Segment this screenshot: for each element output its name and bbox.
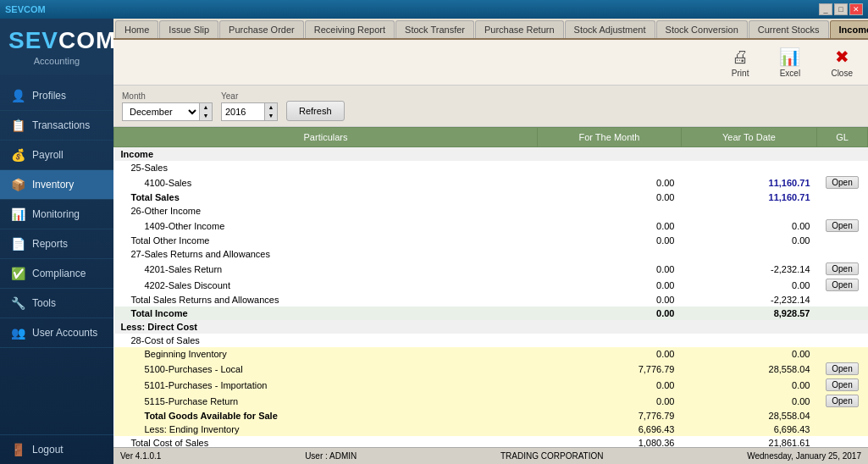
year-spin-down[interactable]: ▼ bbox=[265, 112, 277, 120]
month-select[interactable]: December JanuaryFebruaryMarch AprilMayJu… bbox=[123, 103, 199, 120]
row-ytd-value: 6,696.43 bbox=[682, 423, 817, 436]
col-particulars: Particulars bbox=[114, 128, 538, 147]
row-label: 1409-Other Income bbox=[114, 218, 538, 234]
main-content: Home Issue Slip Purchase Order Receiving… bbox=[113, 19, 868, 464]
sidebar-item-tools[interactable]: 🔧 Tools bbox=[0, 289, 113, 318]
year-spin-up[interactable]: ▲ bbox=[265, 103, 277, 112]
refresh-button[interactable]: Refresh bbox=[286, 101, 345, 121]
controls-bar: Month December JanuaryFebruaryMarch Apri… bbox=[113, 86, 868, 127]
month-spin-up[interactable]: ▲ bbox=[200, 103, 212, 112]
version-label: Ver 4.1.0.1 bbox=[120, 451, 161, 461]
sidebar-item-inventory[interactable]: 📦 Inventory bbox=[0, 170, 113, 200]
table-row: Income bbox=[114, 147, 868, 162]
table-row: Less: Direct Cost bbox=[114, 320, 868, 334]
table-header: Particulars For The Month Year To Date G… bbox=[114, 128, 868, 147]
row-month-value: 0.00 bbox=[538, 377, 682, 393]
year-input[interactable] bbox=[222, 103, 264, 120]
sidebar-item-transactions[interactable]: 📋 Transactions bbox=[0, 111, 113, 141]
sidebar-item-compliance[interactable]: ✅ Compliance bbox=[0, 259, 113, 289]
tab-stock-adjustment[interactable]: Stock Adjustment bbox=[565, 20, 655, 38]
close-icon: ✖ bbox=[835, 47, 849, 67]
row-label: Total Sales Returns and Allowances bbox=[114, 293, 538, 307]
month-spin-down[interactable]: ▼ bbox=[200, 112, 212, 120]
window-controls[interactable]: _ □ ✕ bbox=[819, 3, 863, 15]
open-button[interactable]: Open bbox=[826, 176, 858, 189]
sidebar-logo: SEVCOM Accounting bbox=[0, 19, 113, 75]
title-bar-title: SEVCOM bbox=[5, 4, 46, 14]
row-month-value: 0.00 bbox=[538, 218, 682, 234]
close-button[interactable]: ✖ Close bbox=[824, 43, 860, 81]
row-label: 25-Sales bbox=[114, 161, 538, 174]
tab-home[interactable]: Home bbox=[115, 20, 158, 38]
open-button[interactable]: Open bbox=[826, 395, 858, 407]
month-input-wrapper: December JanuaryFebruaryMarch AprilMayJu… bbox=[122, 102, 213, 121]
row-ytd-value: 0.00 bbox=[682, 377, 817, 393]
table-row: Total Sales 0.00 11,160.71 bbox=[114, 191, 868, 204]
row-month-value: 0.00 bbox=[538, 293, 682, 307]
row-label: Total Goods Available for Sale bbox=[114, 409, 538, 423]
app-container: SEVCOM Accounting 👤 Profiles 📋 Transacti… bbox=[0, 19, 868, 464]
section-label: Income bbox=[114, 147, 538, 162]
row-label: 5101-Purchases - Importation bbox=[114, 377, 538, 393]
row-label: 28-Cost of Sales bbox=[114, 334, 538, 347]
table-row: Total Other Income 0.00 0.00 bbox=[114, 234, 868, 247]
row-label: Total Cost of Sales bbox=[114, 436, 538, 447]
row-label: 5100-Purchases - Local bbox=[114, 361, 538, 377]
row-ytd-value: 0.00 bbox=[682, 234, 817, 247]
row-label: 4202-Sales Discount bbox=[114, 277, 538, 293]
date-label: Wednesday, January 25, 2017 bbox=[747, 451, 861, 461]
row-label: Total Income bbox=[114, 307, 538, 320]
tab-current-stocks[interactable]: Current Stocks bbox=[749, 20, 829, 38]
monitoring-icon: 📊 bbox=[10, 207, 25, 222]
open-button[interactable]: Open bbox=[826, 378, 858, 391]
tab-stock-transfer[interactable]: Stock Transfer bbox=[395, 20, 474, 38]
col-gl: GL bbox=[817, 128, 868, 147]
tab-purchase-return[interactable]: Purchase Return bbox=[475, 20, 564, 38]
month-control-group: Month December JanuaryFebruaryMarch Apri… bbox=[122, 91, 213, 121]
open-button[interactable]: Open bbox=[826, 279, 858, 291]
table-row: Total Goods Available for Sale 7,776.79 … bbox=[114, 409, 868, 423]
row-ytd-value: 28,558.04 bbox=[682, 409, 817, 423]
sidebar-item-monitoring[interactable]: 📊 Monitoring bbox=[0, 200, 113, 229]
sidebar-item-profiles[interactable]: 👤 Profiles bbox=[0, 81, 113, 111]
sidebar-item-reports[interactable]: 📄 Reports bbox=[0, 229, 113, 259]
tab-issue-slip[interactable]: Issue Slip bbox=[159, 20, 218, 38]
row-label: Less: Ending Inventory bbox=[114, 423, 538, 436]
row-month-value: 1,080.36 bbox=[538, 436, 682, 447]
sidebar-item-payroll[interactable]: 💰 Payroll bbox=[0, 141, 113, 170]
row-ytd-value: 28,558.04 bbox=[682, 361, 817, 377]
tab-stock-conversion[interactable]: Stock Conversion bbox=[656, 20, 748, 38]
table-row: 1409-Other Income 0.00 0.00 Open bbox=[114, 218, 868, 234]
tab-purchase-order[interactable]: Purchase Order bbox=[219, 20, 304, 38]
table-row: 26-Other Income bbox=[114, 204, 868, 218]
tab-income-statement[interactable]: Income Statement bbox=[830, 20, 868, 38]
print-button[interactable]: 🖨 Print bbox=[725, 44, 756, 81]
year-control-group: Year ▲ ▼ bbox=[221, 91, 278, 121]
col-month: For The Month bbox=[538, 128, 682, 147]
open-button[interactable]: Open bbox=[826, 362, 858, 375]
sidebar-label-payroll: Payroll bbox=[32, 149, 64, 161]
logout-button[interactable]: 🚪 Logout bbox=[0, 434, 113, 464]
sidebar-label-logout: Logout bbox=[32, 444, 64, 456]
year-spin-buttons[interactable]: ▲ ▼ bbox=[264, 103, 277, 120]
open-button[interactable]: Open bbox=[826, 262, 858, 275]
title-bar: SEVCOM _ □ ✕ bbox=[0, 0, 868, 19]
close-window-button[interactable]: ✕ bbox=[849, 3, 863, 15]
row-month-value: 0.00 bbox=[538, 174, 682, 191]
maximize-button[interactable]: □ bbox=[834, 3, 848, 15]
month-spin-buttons[interactable]: ▲ ▼ bbox=[199, 103, 212, 120]
tab-receiving-report[interactable]: Receiving Report bbox=[305, 20, 395, 38]
minimize-button[interactable]: _ bbox=[819, 3, 832, 15]
row-label: Total Other Income bbox=[114, 234, 538, 247]
compliance-icon: ✅ bbox=[10, 266, 25, 281]
table-area: Particulars For The Month Year To Date G… bbox=[113, 127, 868, 447]
sidebar-item-user-accounts[interactable]: 👥 User Accounts bbox=[0, 318, 113, 348]
logo-text: SEVCOM bbox=[8, 27, 105, 54]
row-ytd-value: -2,232.14 bbox=[682, 261, 817, 277]
month-label: Month bbox=[122, 91, 213, 101]
row-ytd-value: 8,928.57 bbox=[682, 307, 817, 320]
excel-button[interactable]: 📊 Excel bbox=[772, 43, 807, 81]
open-button[interactable]: Open bbox=[826, 219, 858, 232]
table-row: Less: Ending Inventory 6,696.43 6,696.43 bbox=[114, 423, 868, 436]
row-ytd-value: 11,160.71 bbox=[682, 191, 817, 204]
